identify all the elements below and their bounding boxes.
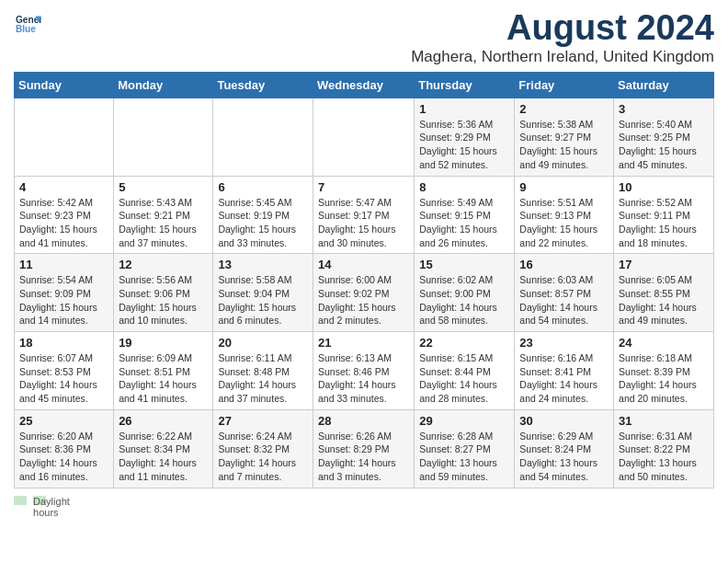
day-info: Sunrise: 5:43 AMSunset: 9:21 PMDaylight:… <box>119 196 208 250</box>
day-info: Sunrise: 6:05 AMSunset: 8:55 PMDaylight:… <box>619 273 709 327</box>
day-header-tuesday: Tuesday <box>213 72 313 98</box>
day-info: Sunrise: 6:02 AMSunset: 9:00 PMDaylight:… <box>419 273 509 327</box>
calendar-table: SundayMondayTuesdayWednesdayThursdayFrid… <box>14 72 714 488</box>
calendar-cell: 14Sunrise: 6:00 AMSunset: 9:02 PMDayligh… <box>313 254 414 332</box>
day-info: Sunrise: 6:31 AMSunset: 8:22 PMDaylight:… <box>619 430 709 484</box>
day-info: Sunrise: 6:16 AMSunset: 8:41 PMDaylight:… <box>519 351 609 406</box>
calendar-cell: 13Sunrise: 5:58 AMSunset: 9:04 PMDayligh… <box>213 254 313 332</box>
svg-text:Blue: Blue <box>16 24 36 34</box>
day-header-thursday: Thursday <box>415 72 515 98</box>
day-header-monday: Monday <box>114 72 213 98</box>
calendar-cell <box>15 98 114 176</box>
day-header-friday: Friday <box>515 72 614 98</box>
day-info: Sunrise: 6:11 AMSunset: 8:48 PMDaylight:… <box>218 351 308 406</box>
day-info: Sunrise: 6:07 AMSunset: 8:53 PMDaylight:… <box>19 351 108 406</box>
day-number: 12 <box>119 258 208 271</box>
day-info: Sunrise: 6:28 AMSunset: 8:27 PMDaylight:… <box>419 430 509 484</box>
calendar-cell: 16Sunrise: 6:03 AMSunset: 8:57 PMDayligh… <box>515 254 614 332</box>
day-number: 21 <box>318 336 409 350</box>
day-number: 4 <box>19 180 108 194</box>
title-area: August 2024 Maghera, Northern Ireland, U… <box>411 9 714 66</box>
day-info: Sunrise: 5:36 AMSunset: 9:29 PMDaylight:… <box>419 118 509 172</box>
day-number: 9 <box>519 180 609 194</box>
day-info: Sunrise: 6:24 AMSunset: 8:32 PMDaylight:… <box>218 430 308 484</box>
day-info: Sunrise: 6:03 AMSunset: 8:57 PMDaylight:… <box>519 273 609 327</box>
calendar-cell: 24Sunrise: 6:18 AMSunset: 8:39 PMDayligh… <box>614 332 714 410</box>
calendar-cell: 3Sunrise: 5:40 AMSunset: 9:25 PMDaylight… <box>614 98 714 176</box>
day-number: 10 <box>619 180 709 194</box>
day-info: Sunrise: 5:52 AMSunset: 9:11 PMDaylight:… <box>619 196 709 250</box>
day-info: Sunrise: 5:51 AMSunset: 9:13 PMDaylight:… <box>519 196 609 250</box>
calendar-cell: 5Sunrise: 5:43 AMSunset: 9:21 PMDaylight… <box>114 176 213 254</box>
day-info: Sunrise: 6:26 AMSunset: 8:29 PMDaylight:… <box>318 430 409 484</box>
day-number: 2 <box>519 102 609 116</box>
calendar-cell: 10Sunrise: 5:52 AMSunset: 9:11 PMDayligh… <box>614 176 714 254</box>
day-info: Sunrise: 6:13 AMSunset: 8:46 PMDaylight:… <box>318 351 409 406</box>
day-number: 14 <box>318 258 409 271</box>
day-number: 20 <box>218 336 308 350</box>
day-number: 16 <box>519 258 609 271</box>
calendar-cell: 2Sunrise: 5:38 AMSunset: 9:27 PMDaylight… <box>515 98 614 176</box>
calendar-cell: 26Sunrise: 6:22 AMSunset: 8:34 PMDayligh… <box>114 409 213 488</box>
calendar-cell: 31Sunrise: 6:31 AMSunset: 8:22 PMDayligh… <box>614 409 714 488</box>
calendar-cell: 30Sunrise: 6:29 AMSunset: 8:24 PMDayligh… <box>515 409 614 488</box>
calendar-cell: 29Sunrise: 6:28 AMSunset: 8:27 PMDayligh… <box>415 409 515 488</box>
day-number: 15 <box>419 258 509 271</box>
main-title: August 2024 <box>411 9 714 48</box>
day-info: Sunrise: 6:00 AMSunset: 9:02 PMDaylight:… <box>318 273 409 327</box>
day-info: Sunrise: 5:49 AMSunset: 9:15 PMDaylight:… <box>419 196 509 250</box>
day-number: 23 <box>519 336 609 350</box>
day-number: 24 <box>619 336 709 350</box>
day-number: 3 <box>619 102 709 116</box>
calendar-cell: 23Sunrise: 6:16 AMSunset: 8:41 PMDayligh… <box>515 332 614 410</box>
day-header-sunday: Sunday <box>15 72 114 98</box>
day-number: 26 <box>119 414 208 428</box>
day-info: Sunrise: 5:54 AMSunset: 9:09 PMDaylight:… <box>19 273 108 327</box>
daylight-label: Daylight hours <box>33 496 46 505</box>
day-number: 11 <box>19 258 108 271</box>
calendar-cell: 8Sunrise: 5:49 AMSunset: 9:15 PMDaylight… <box>415 176 515 254</box>
day-number: 6 <box>218 180 308 194</box>
calendar-cell <box>114 98 213 176</box>
day-info: Sunrise: 5:56 AMSunset: 9:06 PMDaylight:… <box>119 273 208 327</box>
calendar-cell: 20Sunrise: 6:11 AMSunset: 8:48 PMDayligh… <box>213 332 313 410</box>
day-number: 18 <box>19 336 108 350</box>
calendar-cell: 4Sunrise: 5:42 AMSunset: 9:23 PMDaylight… <box>15 176 114 254</box>
sub-title: Maghera, Northern Ireland, United Kingdo… <box>411 48 714 66</box>
day-number: 17 <box>619 258 709 271</box>
calendar-cell: 12Sunrise: 5:56 AMSunset: 9:06 PMDayligh… <box>114 254 213 332</box>
calendar-cell: 7Sunrise: 5:47 AMSunset: 9:17 PMDaylight… <box>313 176 414 254</box>
day-number: 22 <box>419 336 509 350</box>
calendar-cell: 25Sunrise: 6:20 AMSunset: 8:36 PMDayligh… <box>15 409 114 488</box>
day-info: Sunrise: 5:45 AMSunset: 9:19 PMDaylight:… <box>218 196 308 250</box>
day-header-saturday: Saturday <box>614 72 714 98</box>
day-number: 28 <box>318 414 409 428</box>
day-info: Sunrise: 5:40 AMSunset: 9:25 PMDaylight:… <box>619 118 709 172</box>
day-number: 25 <box>19 414 108 428</box>
day-info: Sunrise: 5:42 AMSunset: 9:23 PMDaylight:… <box>19 196 108 250</box>
day-number: 8 <box>419 180 509 194</box>
logo: General Blue <box>14 9 41 39</box>
calendar-cell: 9Sunrise: 5:51 AMSunset: 9:13 PMDaylight… <box>515 176 614 254</box>
daylight-swatch <box>14 496 27 505</box>
day-info: Sunrise: 5:58 AMSunset: 9:04 PMDaylight:… <box>218 273 308 327</box>
day-info: Sunrise: 6:09 AMSunset: 8:51 PMDaylight:… <box>119 351 208 406</box>
calendar-cell: 17Sunrise: 6:05 AMSunset: 8:55 PMDayligh… <box>614 254 714 332</box>
calendar-cell: 28Sunrise: 6:26 AMSunset: 8:29 PMDayligh… <box>313 409 414 488</box>
day-info: Sunrise: 6:15 AMSunset: 8:44 PMDaylight:… <box>419 351 509 406</box>
day-number: 5 <box>119 180 208 194</box>
day-info: Sunrise: 5:47 AMSunset: 9:17 PMDaylight:… <box>318 196 409 250</box>
calendar-cell: 15Sunrise: 6:02 AMSunset: 9:00 PMDayligh… <box>415 254 515 332</box>
day-header-wednesday: Wednesday <box>313 72 414 98</box>
calendar-cell: 21Sunrise: 6:13 AMSunset: 8:46 PMDayligh… <box>313 332 414 410</box>
day-number: 7 <box>318 180 409 194</box>
calendar-cell: 1Sunrise: 5:36 AMSunset: 9:29 PMDaylight… <box>415 98 515 176</box>
day-info: Sunrise: 6:29 AMSunset: 8:24 PMDaylight:… <box>519 430 609 484</box>
day-number: 31 <box>619 414 709 428</box>
calendar-cell: 27Sunrise: 6:24 AMSunset: 8:32 PMDayligh… <box>213 409 313 488</box>
day-info: Sunrise: 6:20 AMSunset: 8:36 PMDaylight:… <box>19 430 108 484</box>
calendar-cell <box>213 98 313 176</box>
day-number: 19 <box>119 336 208 350</box>
day-number: 29 <box>419 414 509 428</box>
day-number: 30 <box>519 414 609 428</box>
